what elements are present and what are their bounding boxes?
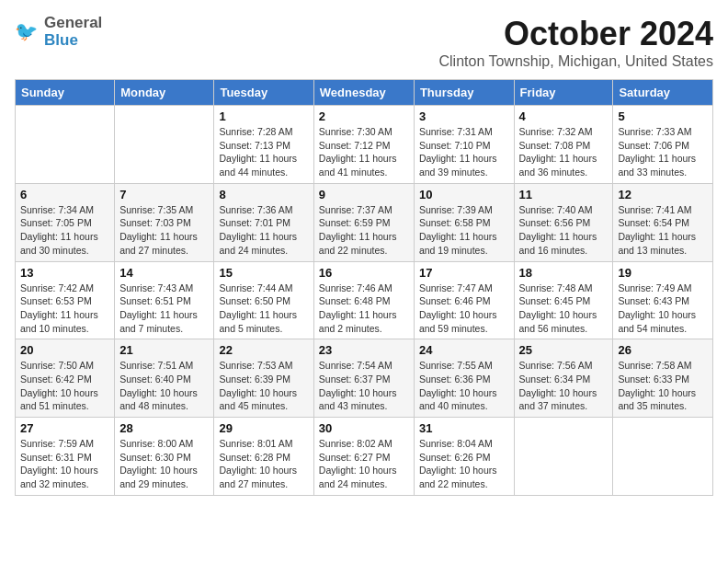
day-info: Sunrise: 7:55 AMSunset: 6:36 PMDaylight:… [419, 359, 509, 413]
day-info: Sunrise: 7:28 AMSunset: 7:13 PMDaylight:… [219, 125, 308, 179]
calendar-cell: 23Sunrise: 7:54 AMSunset: 6:37 PMDayligh… [313, 339, 414, 418]
day-info: Sunrise: 7:41 AMSunset: 6:54 PMDaylight:… [618, 203, 708, 258]
day-info: Sunrise: 7:47 AMSunset: 6:46 PMDaylight:… [419, 282, 509, 336]
day-number: 12 [618, 188, 708, 201]
day-number: 4 [519, 109, 609, 123]
day-info: Sunrise: 7:42 AMSunset: 6:53 PMDaylight:… [20, 282, 109, 336]
weekday-header-monday: Monday [115, 80, 214, 106]
day-info: Sunrise: 7:48 AMSunset: 6:45 PMDaylight:… [519, 282, 609, 336]
calendar-cell: 28Sunrise: 8:00 AMSunset: 6:30 PMDayligh… [115, 418, 214, 496]
day-number: 16 [319, 266, 409, 280]
calendar-cell: 2Sunrise: 7:30 AMSunset: 7:12 PMDaylight… [313, 106, 414, 184]
calendar-cell: 19Sunrise: 7:49 AMSunset: 6:43 PMDayligh… [613, 261, 713, 339]
location-title: Clinton Township, Michigan, United State… [438, 53, 713, 70]
calendar-cell: 27Sunrise: 7:59 AMSunset: 6:31 PMDayligh… [16, 418, 115, 496]
day-info: Sunrise: 7:51 AMSunset: 6:40 PMDaylight:… [119, 359, 209, 413]
weekday-header-friday: Friday [514, 80, 613, 106]
day-number: 1 [219, 109, 308, 123]
calendar-cell: 21Sunrise: 7:51 AMSunset: 6:40 PMDayligh… [115, 339, 214, 418]
day-number: 11 [519, 188, 609, 201]
day-number: 20 [20, 343, 109, 357]
day-info: Sunrise: 7:59 AMSunset: 6:31 PMDaylight:… [20, 437, 109, 491]
calendar-cell: 16Sunrise: 7:46 AMSunset: 6:48 PMDayligh… [313, 261, 414, 339]
day-info: Sunrise: 7:56 AMSunset: 6:34 PMDaylight:… [519, 359, 609, 413]
calendar-cell: 6Sunrise: 7:34 AMSunset: 7:05 PMDaylight… [16, 183, 115, 261]
calendar-cell: 5Sunrise: 7:33 AMSunset: 7:06 PMDaylight… [613, 106, 713, 184]
calendar-cell: 10Sunrise: 7:39 AMSunset: 6:58 PMDayligh… [414, 183, 514, 261]
day-number: 25 [519, 343, 609, 357]
day-info: Sunrise: 7:50 AMSunset: 6:42 PMDaylight:… [20, 359, 109, 413]
calendar-cell [514, 418, 613, 496]
calendar-cell: 12Sunrise: 7:41 AMSunset: 6:54 PMDayligh… [613, 183, 713, 261]
day-number: 22 [219, 343, 308, 357]
day-info: Sunrise: 7:40 AMSunset: 6:56 PMDaylight:… [519, 203, 609, 258]
day-info: Sunrise: 7:49 AMSunset: 6:43 PMDaylight:… [618, 282, 708, 336]
calendar-cell: 22Sunrise: 7:53 AMSunset: 6:39 PMDayligh… [214, 339, 313, 418]
day-number: 18 [519, 266, 609, 280]
day-info: Sunrise: 7:31 AMSunset: 7:10 PMDaylight:… [419, 125, 509, 179]
day-number: 26 [618, 343, 708, 357]
day-info: Sunrise: 7:43 AMSunset: 6:51 PMDaylight:… [119, 282, 209, 336]
day-number: 13 [20, 266, 109, 280]
calendar-cell: 29Sunrise: 8:01 AMSunset: 6:28 PMDayligh… [214, 418, 313, 496]
day-number: 10 [419, 188, 509, 201]
calendar-cell: 15Sunrise: 7:44 AMSunset: 6:50 PMDayligh… [214, 261, 313, 339]
weekday-header-tuesday: Tuesday [214, 80, 313, 106]
day-info: Sunrise: 8:04 AMSunset: 6:26 PMDaylight:… [419, 437, 509, 491]
calendar-cell: 24Sunrise: 7:55 AMSunset: 6:36 PMDayligh… [414, 339, 514, 418]
day-number: 3 [419, 109, 509, 123]
weekday-header-sunday: Sunday [16, 80, 115, 106]
calendar-cell: 3Sunrise: 7:31 AMSunset: 7:10 PMDaylight… [414, 106, 514, 184]
calendar-cell: 9Sunrise: 7:37 AMSunset: 6:59 PMDaylight… [313, 183, 414, 261]
calendar-cell: 20Sunrise: 7:50 AMSunset: 6:42 PMDayligh… [16, 339, 115, 418]
day-number: 17 [419, 266, 509, 280]
day-number: 6 [20, 188, 109, 201]
day-info: Sunrise: 7:32 AMSunset: 7:08 PMDaylight:… [519, 125, 609, 179]
day-info: Sunrise: 8:00 AMSunset: 6:30 PMDaylight:… [119, 437, 209, 491]
day-number: 15 [219, 266, 308, 280]
calendar-body: 1Sunrise: 7:28 AMSunset: 7:13 PMDaylight… [16, 106, 713, 496]
day-info: Sunrise: 7:53 AMSunset: 6:39 PMDaylight:… [219, 359, 308, 413]
calendar-cell: 4Sunrise: 7:32 AMSunset: 7:08 PMDaylight… [514, 106, 613, 184]
day-number: 30 [319, 421, 409, 435]
day-number: 28 [119, 421, 209, 435]
day-info: Sunrise: 7:58 AMSunset: 6:33 PMDaylight:… [618, 359, 708, 413]
calendar-week-3: 13Sunrise: 7:42 AMSunset: 6:53 PMDayligh… [16, 261, 713, 339]
calendar-cell [613, 418, 713, 496]
calendar-cell: 13Sunrise: 7:42 AMSunset: 6:53 PMDayligh… [16, 261, 115, 339]
title-section: October 2024 Clinton Township, Michigan,… [438, 15, 713, 70]
day-info: Sunrise: 7:44 AMSunset: 6:50 PMDaylight:… [219, 282, 308, 336]
calendar-cell: 18Sunrise: 7:48 AMSunset: 6:45 PMDayligh… [514, 261, 613, 339]
day-info: Sunrise: 7:37 AMSunset: 6:59 PMDaylight:… [319, 203, 409, 258]
day-info: Sunrise: 7:46 AMSunset: 6:48 PMDaylight:… [319, 282, 409, 336]
day-number: 29 [219, 421, 308, 435]
calendar-week-5: 27Sunrise: 7:59 AMSunset: 6:31 PMDayligh… [16, 418, 713, 496]
day-info: Sunrise: 8:01 AMSunset: 6:28 PMDaylight:… [219, 437, 308, 491]
svg-text:🐦: 🐦 [15, 20, 39, 43]
calendar-cell: 11Sunrise: 7:40 AMSunset: 6:56 PMDayligh… [514, 183, 613, 261]
weekday-header-wednesday: Wednesday [313, 80, 414, 106]
calendar-cell [16, 106, 115, 184]
calendar-cell: 14Sunrise: 7:43 AMSunset: 6:51 PMDayligh… [115, 261, 214, 339]
weekday-header-row: SundayMondayTuesdayWednesdayThursdayFrid… [16, 80, 713, 106]
day-info: Sunrise: 7:33 AMSunset: 7:06 PMDaylight:… [618, 125, 708, 179]
calendar-cell: 31Sunrise: 8:04 AMSunset: 6:26 PMDayligh… [414, 418, 514, 496]
calendar-cell: 30Sunrise: 8:02 AMSunset: 6:27 PMDayligh… [313, 418, 414, 496]
day-number: 19 [618, 266, 708, 280]
day-info: Sunrise: 8:02 AMSunset: 6:27 PMDaylight:… [319, 437, 409, 491]
calendar-week-2: 6Sunrise: 7:34 AMSunset: 7:05 PMDaylight… [16, 183, 713, 261]
calendar-week-1: 1Sunrise: 7:28 AMSunset: 7:13 PMDaylight… [16, 106, 713, 184]
calendar-week-4: 20Sunrise: 7:50 AMSunset: 6:42 PMDayligh… [16, 339, 713, 418]
day-number: 9 [319, 188, 409, 201]
page-header: 🐦 General Blue October 2024 Clinton Town… [15, 15, 713, 70]
day-info: Sunrise: 7:36 AMSunset: 7:01 PMDaylight:… [219, 203, 308, 258]
calendar-header: SundayMondayTuesdayWednesdayThursdayFrid… [16, 80, 713, 106]
calendar-cell: 25Sunrise: 7:56 AMSunset: 6:34 PMDayligh… [514, 339, 613, 418]
day-number: 31 [419, 421, 509, 435]
day-info: Sunrise: 7:34 AMSunset: 7:05 PMDaylight:… [20, 203, 109, 258]
month-title: October 2024 [438, 15, 713, 53]
logo-icon: 🐦 [15, 19, 40, 45]
calendar-cell [115, 106, 214, 184]
calendar-cell: 17Sunrise: 7:47 AMSunset: 6:46 PMDayligh… [414, 261, 514, 339]
day-info: Sunrise: 7:30 AMSunset: 7:12 PMDaylight:… [319, 125, 409, 179]
